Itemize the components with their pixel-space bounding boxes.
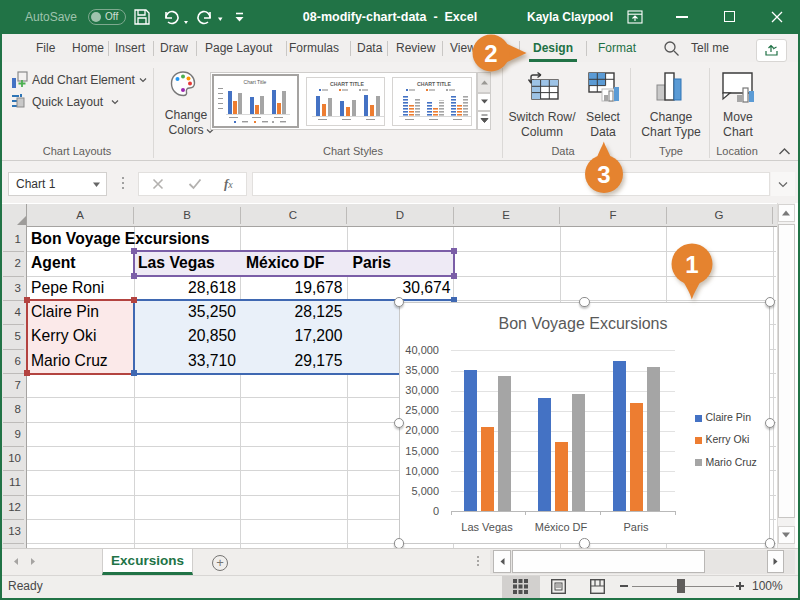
svg-text:Chart Title: Chart Title xyxy=(244,79,267,85)
svg-text:CHART TITLE: CHART TITLE xyxy=(417,81,452,87)
svg-text:CHART TITLE: CHART TITLE xyxy=(330,81,365,87)
